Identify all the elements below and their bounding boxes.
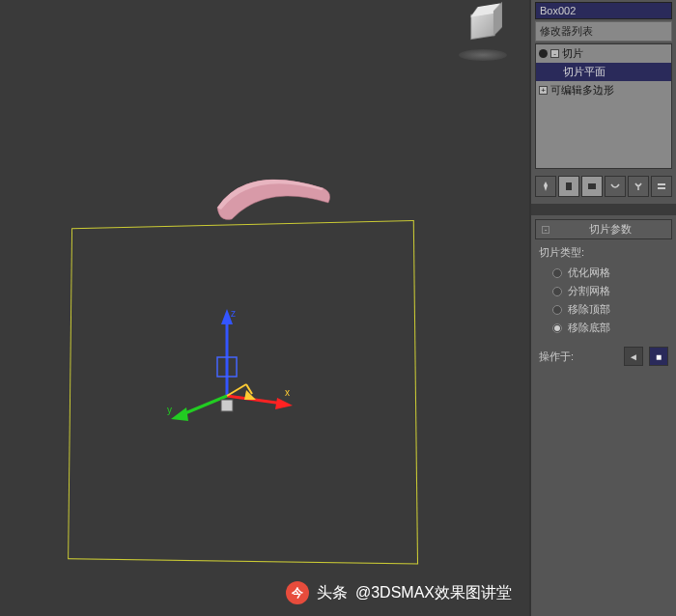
svg-text:y: y	[167, 405, 172, 415]
viewcube-cube[interactable]	[470, 11, 494, 40]
operate-on-poly-button[interactable]: ■	[649, 347, 668, 366]
radio-remove-bottom-label: 移除底部	[568, 321, 610, 335]
modifier-list-dropdown[interactable]: 修改器列表	[535, 21, 672, 42]
slice-params-body: 切片类型: 优化网格 分割网格 移除顶部 移除底部 操作于: ◄ ■	[531, 241, 676, 370]
watermark: 今 头条 @3DSMAX效果图讲堂	[286, 581, 512, 604]
svg-rect-14	[566, 182, 572, 190]
radio-icon[interactable]	[552, 305, 562, 315]
radio-icon[interactable]	[552, 268, 562, 278]
slice-type-label: 切片类型:	[539, 245, 668, 260]
radio-icon[interactable]	[552, 323, 562, 333]
remove-modifier-button[interactable]	[605, 176, 626, 197]
modifier-slice-plane[interactable]: 切片平面	[536, 63, 671, 81]
radio-split-mesh[interactable]: 分割网格	[539, 282, 668, 300]
radio-remove-top[interactable]: 移除顶部	[539, 300, 668, 319]
base-object-row[interactable]: + 可编辑多边形	[536, 81, 671, 99]
watermark-logo-icon: 今	[286, 581, 309, 604]
watermark-handle: @3DSMAX效果图讲堂	[355, 583, 512, 603]
modifier-slice-label: 切片	[562, 46, 583, 61]
operate-on-row: 操作于: ◄ ■	[539, 347, 668, 366]
configure-button[interactable]	[628, 176, 649, 197]
viewcube[interactable]	[454, 8, 512, 61]
modifier-slice[interactable]: - 切片	[536, 44, 671, 63]
radio-remove-top-label: 移除顶部	[568, 302, 610, 317]
show-end-result-button[interactable]	[558, 176, 579, 197]
svg-line-6	[181, 396, 227, 415]
svg-rect-16	[592, 183, 596, 189]
svg-line-10	[227, 384, 246, 396]
expand-icon[interactable]: +	[539, 86, 548, 95]
pink-mesh-object[interactable]	[208, 169, 343, 227]
square-icon: ■	[656, 351, 662, 362]
rollup-title: 切片参数	[555, 222, 665, 237]
pin-stack-button[interactable]	[535, 176, 556, 197]
svg-rect-18	[658, 187, 665, 189]
svg-rect-17	[658, 183, 665, 185]
modifier-slice-plane-label: 切片平面	[563, 65, 606, 79]
transform-gizmo[interactable]: z x y	[159, 299, 314, 454]
svg-marker-7	[171, 407, 188, 421]
radio-refine-label: 优化网格	[568, 266, 610, 280]
object-name-field[interactable]: Box002	[535, 2, 672, 19]
watermark-prefix: 头条	[317, 583, 348, 603]
triangle-left-icon: ◄	[629, 351, 638, 362]
panel-divider	[531, 204, 676, 215]
operate-on-label: 操作于:	[539, 350, 574, 364]
svg-text:z: z	[231, 308, 236, 319]
radio-split-label: 分割网格	[568, 284, 610, 298]
svg-marker-4	[275, 398, 293, 409]
svg-rect-13	[221, 400, 233, 411]
viewcube-base	[459, 49, 507, 61]
stack-options-button[interactable]	[651, 176, 672, 197]
radio-remove-bottom[interactable]: 移除底部	[539, 319, 668, 337]
base-object-label: 可编辑多边形	[550, 83, 614, 98]
make-unique-button[interactable]	[581, 176, 603, 197]
visibility-toggle-icon[interactable]	[539, 49, 548, 58]
modifier-stack-toolbar	[531, 173, 676, 200]
viewport-3d[interactable]: z x y 今 头条 @3DSMAX效果图讲堂	[0, 0, 529, 616]
command-panel: Box002 修改器列表 - 切片 切片平面 + 可编辑多边形	[529, 0, 676, 616]
radio-icon[interactable]	[552, 287, 562, 296]
slice-params-rollup-header[interactable]: - 切片参数	[535, 219, 672, 239]
operate-on-face-button[interactable]: ◄	[624, 347, 643, 366]
expand-icon[interactable]: -	[550, 49, 559, 58]
svg-text:x: x	[285, 387, 290, 398]
modifier-stack[interactable]: - 切片 切片平面 + 可编辑多边形	[535, 43, 672, 169]
svg-rect-15	[588, 183, 592, 189]
radio-refine-mesh[interactable]: 优化网格	[539, 264, 668, 282]
rollup-collapse-icon[interactable]: -	[542, 226, 549, 234]
